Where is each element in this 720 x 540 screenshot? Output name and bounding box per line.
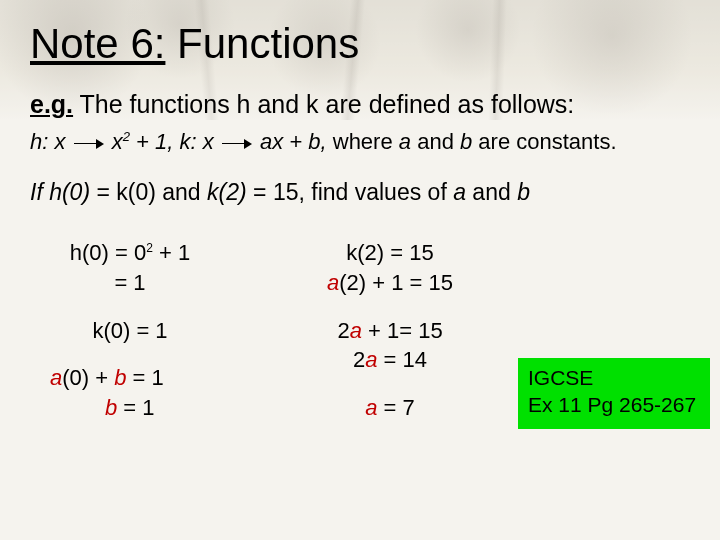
prob-p5: and	[472, 179, 517, 205]
arrow-icon	[74, 139, 104, 149]
c1-l2: = 1	[114, 270, 145, 295]
def-h-pre: x	[112, 129, 123, 154]
c2-l5-rest: = 7	[384, 395, 415, 420]
c1-l4-b: b	[114, 365, 126, 390]
c1-l1-sup: 2	[146, 241, 153, 255]
col1-step4: b = 1	[50, 393, 210, 423]
title-rest: Functions	[165, 20, 359, 67]
prob-p4: = 15, find values of	[253, 179, 453, 205]
c1-l1-post: + 1	[153, 240, 190, 265]
prob-p3: k(2)	[207, 179, 253, 205]
c2-l1: k(2) = 15	[346, 240, 433, 265]
problem-statement: If h(0) = k(0) and k(2) = 15, find value…	[30, 179, 690, 206]
c1-l5-end: = 1	[117, 395, 154, 420]
arrow-icon	[222, 139, 252, 149]
col1-step3: a(0) + b = 1	[50, 363, 210, 393]
c1-l1-pre: h(0) = 0	[70, 240, 146, 265]
prob-b: b	[517, 179, 530, 205]
col2-step3: a = 7	[290, 393, 490, 423]
solution-col-2: k(2) = 15 a(2) + 1 = 15 2a + 1= 15 2a = …	[290, 238, 490, 422]
c2-l5-a: a	[365, 395, 383, 420]
def-tail-2: and	[411, 129, 460, 154]
c2-l3-pre: 2	[337, 318, 349, 343]
c1-l3: k(0) = 1	[92, 318, 167, 343]
title-underlined: Note 6:	[30, 20, 165, 67]
c1-l4-a: a	[50, 365, 62, 390]
example-intro: e.g. The functions h and k are defined a…	[30, 90, 690, 119]
badge-line1: IGCSE	[528, 364, 698, 391]
reference-badge: IGCSE Ex 11 Pg 265-267	[518, 358, 710, 429]
c2-l4-post: = 14	[377, 347, 427, 372]
col1-step2: k(0) = 1	[50, 316, 210, 346]
def-h-sup: 2	[123, 129, 130, 144]
c2-l2-a: a	[327, 270, 339, 295]
slide-content: Note 6: Functions e.g. The functions h a…	[0, 0, 720, 443]
prob-p1: If h(0)	[30, 179, 96, 205]
prob-p2: = k(0) and	[96, 179, 207, 205]
def-h-post: + 1, k: x	[130, 129, 214, 154]
c2-l3-a: a	[350, 318, 362, 343]
eg-text: The functions h and k are defined as fol…	[73, 90, 574, 118]
col1-step1: h(0) = 02 + 1 = 1	[50, 238, 210, 297]
def-tail-3: are constants.	[472, 129, 616, 154]
solution-col-1: h(0) = 02 + 1 = 1 k(0) = 1 a(0) + b = 1 …	[30, 238, 210, 422]
c2-l3-post: + 1= 15	[362, 318, 443, 343]
c1-l4-mid: (0) +	[62, 365, 114, 390]
def-tail-a: a	[399, 129, 411, 154]
c1-l5-b: b	[105, 395, 117, 420]
def-tail-b: b	[460, 129, 472, 154]
eg-label: e.g.	[30, 90, 73, 118]
def-k-expr: ax + b,	[260, 129, 327, 154]
badge-line2: Ex 11 Pg 265-267	[528, 391, 698, 418]
function-definitions: h: x x2 + 1, k: x ax + b, where a and b …	[30, 129, 690, 155]
prob-a: a	[453, 179, 472, 205]
col2-step1: k(2) = 15 a(2) + 1 = 15	[290, 238, 490, 297]
c1-l4-end: = 1	[126, 365, 163, 390]
c2-l4-pre: 2	[353, 347, 365, 372]
c2-l4-a: a	[365, 347, 377, 372]
col2-step2: 2a + 1= 15 2a = 14	[290, 316, 490, 375]
page-title: Note 6: Functions	[30, 20, 690, 68]
def-tail-1: where	[333, 129, 399, 154]
def-h-label: h: x	[30, 129, 65, 154]
c2-l2-rest: (2) + 1 = 15	[339, 270, 453, 295]
